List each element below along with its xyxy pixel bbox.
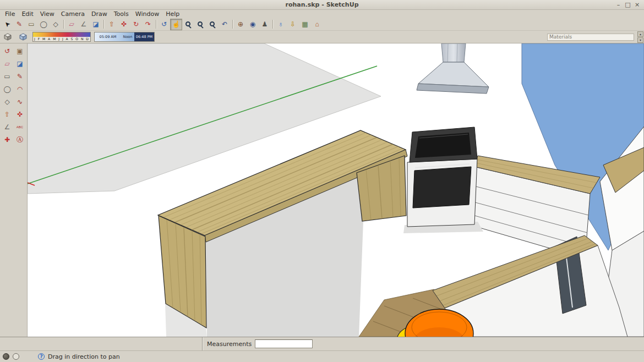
menu-view[interactable]: View [37,10,58,18]
zoom-tool-button[interactable] [182,19,194,30]
season-gradient[interactable] [33,32,90,37]
zoom-window-tool-icon [198,21,203,26]
move-tool-icon: ✜ [121,21,127,28]
zoom-window-tool-button[interactable] [194,19,206,30]
rectangle-tool-button[interactable]: ▭ [25,19,37,30]
tape-measure-tool-button[interactable]: ∠ [78,19,90,30]
rotate-tool-icon: ↻ [133,21,139,28]
walk-tool-icon: ♟ [262,21,268,28]
circle-tool-icon: ◯ [40,21,47,28]
title-bar: rohan.skp - SketchUp – □ × [0,0,644,10]
menu-file[interactable]: File [2,10,18,18]
measurements-label: Measurements [207,341,252,348]
menu-window[interactable]: Window [132,10,162,18]
materials-label: Materials [549,34,572,40]
make-component-icon: ▣ [17,48,23,54]
3d-viewport[interactable] [28,43,644,337]
toolbar-separator [63,20,64,29]
time-noon-label: Noon [121,32,134,41]
orbit-icon: ↺ [4,48,10,54]
3d-text-button[interactable]: Ⓐ [14,134,26,145]
menu-camera[interactable]: Camera [58,10,88,18]
help-bar: ? Drag in direction to pan [0,350,644,362]
polygon-icon: ◇ [4,98,9,105]
time-start-label: 05:09 AM [95,32,121,41]
axes-icon: ✚ [4,136,10,143]
status-message-area [0,337,203,350]
move-button[interactable]: ✜ [14,108,26,120]
eraser-tool-button[interactable]: ▱ [66,19,78,30]
orbit-tool-button[interactable]: ↺ [158,19,170,30]
menu-help[interactable]: Help [162,10,183,18]
shadow-date-slider[interactable]: J F M A M J J A S O N D [32,32,91,42]
viewport-container [28,43,644,337]
materials-search-box[interactable]: Materials [547,34,634,41]
toggle-terrain-tool-button[interactable]: ▦ [299,19,311,30]
pan-tool-button[interactable]: ☝ [170,19,182,30]
circle-button[interactable]: ◯ [1,83,13,95]
paint-bucket-button[interactable]: ◪ [14,58,26,69]
maximize-button[interactable]: □ [623,1,632,9]
credit-icon[interactable] [13,353,19,360]
hood-duct [441,43,466,62]
push-pull-button[interactable]: ⇧ [1,108,13,120]
line-tool-icon: ✎ [17,21,22,28]
zoom-extents-tool-button[interactable] [206,19,219,30]
tray-down-button[interactable]: ▾ [637,37,643,43]
walk-tool-button[interactable]: ♟ [259,19,271,30]
move-tool-button[interactable]: ✜ [118,19,130,30]
stove[interactable] [407,127,477,227]
help-question-icon[interactable]: ? [38,353,45,360]
previous-view-tool-button[interactable]: ↶ [219,19,231,30]
polygon-button[interactable]: ◇ [1,96,13,107]
rotate-tool-button[interactable]: ↻ [130,19,142,30]
google-earth-tool-icon: ♁ [279,21,283,28]
menu-edit[interactable]: Edit [18,10,36,18]
line-tool-button[interactable]: ✎ [13,19,25,30]
line-button[interactable]: ✎ [14,70,26,82]
iso-view-1-button[interactable] [2,31,14,43]
menu-bar: FileEditViewCameraDrawToolsWindowHelp [0,10,644,18]
main-toolbar: ➤✎▭◯◇▱∠◪⇧✜↻↷↺☝↶⊕◉♟♁⇩▦⌂ [0,18,644,31]
tray-up-button[interactable]: ▴ [637,31,643,37]
select-tool-button[interactable]: ➤ [1,19,13,30]
text-button[interactable]: ABC [14,121,26,133]
window-title: rohan.skp - SketchUp [0,0,644,10]
rectangle-button[interactable]: ▭ [1,70,13,82]
paint-bucket-tool-button[interactable]: ◪ [90,19,102,30]
select-tool-icon: ➤ [3,20,12,29]
get-current-view-tool-button[interactable]: ⇩ [287,19,299,30]
offset-tool-button[interactable]: ↷ [142,19,154,30]
previous-view-tool-icon: ↶ [222,21,227,28]
push-pull-tool-button[interactable]: ⇧ [106,19,118,30]
menu-draw[interactable]: Draw [88,10,111,18]
make-component-button[interactable]: ▣ [14,45,26,57]
measurements-input[interactable] [255,339,313,348]
circle-tool-button[interactable]: ◯ [37,19,50,30]
minimize-button[interactable]: – [614,1,623,9]
iso-cube-alt-icon [19,33,27,41]
close-button[interactable]: × [632,1,642,9]
google-earth-tool-button[interactable]: ♁ [275,19,287,30]
eraser-button[interactable]: ▱ [1,58,13,69]
polygon-tool-icon: ◇ [53,21,58,28]
polygon-tool-button[interactable]: ◇ [50,19,62,30]
freehand-button[interactable]: ∿ [14,96,26,107]
rectangle-tool-icon: ▭ [28,21,34,28]
iso-view-2-button[interactable] [17,31,29,43]
circle-icon: ◯ [3,86,10,92]
toolbar-separator [232,20,233,29]
axes-button[interactable]: ✚ [1,134,13,145]
place-model-tool-button[interactable]: ⌂ [311,19,323,30]
main-toolbar-tools: ➤✎▭◯◇▱∠◪⇧✜↻↷↺☝↶⊕◉♟♁⇩▦⌂ [1,19,323,30]
move-icon: ✜ [17,111,23,118]
position-camera-tool-button[interactable]: ⊕ [234,19,247,30]
tape-measure-button[interactable]: ∠ [1,121,13,133]
orbit-button[interactable]: ↺ [1,45,13,57]
look-around-tool-button[interactable]: ◉ [247,19,259,30]
arc-button[interactable]: ◠ [14,83,26,95]
shadow-time-slider[interactable]: 05:09 AM Noon 06:48 PM [94,32,155,42]
geolocation-icon[interactable] [3,353,9,360]
menu-tools[interactable]: Tools [111,10,132,18]
place-model-tool-icon: ⌂ [315,21,319,28]
